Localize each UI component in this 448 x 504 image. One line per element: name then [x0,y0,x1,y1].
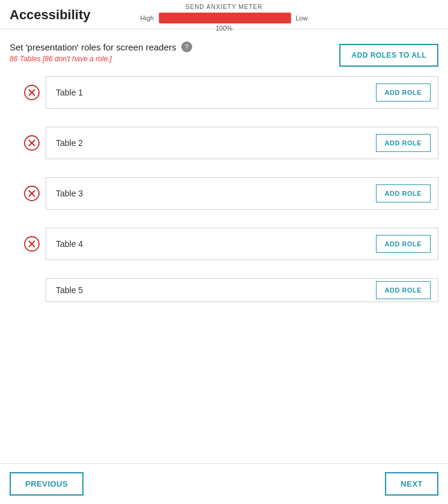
table-list: Table 1ADD ROLE Table 2ADD ROLE Table 3A… [0,70,448,368]
section-title-group: Set 'presentation' roles for screen read… [10,41,192,63]
add-role-button[interactable]: ADD ROLE [376,184,431,202]
table-item-name: Table 2 [46,127,376,159]
bottom-nav: PREVIOUS NEXT [0,463,448,504]
table-row: Table 3ADD ROLE [46,177,438,210]
section-title: Set 'presentation' roles for screen read… [10,42,177,52]
anxiety-meter-low-label: Low [295,14,307,22]
add-role-button[interactable]: ADD ROLE [376,134,431,152]
add-roles-to-all-button[interactable]: ADD ROLES TO ALL [339,44,438,67]
previous-button[interactable]: PREVIOUS [10,472,83,496]
table-item-error-icon[interactable] [23,135,40,151]
anxiety-meter-label: SEND ANXIETY METER [186,4,262,10]
table-item-name: Table 5 [46,278,376,302]
section-subtitle: 86 Tables [86 don't have a role.] [10,55,192,63]
table-item-error-icon[interactable] [23,185,40,202]
table-row: Table 1ADD ROLE [46,76,438,109]
table-item-name: Table 1 [46,77,376,108]
header: Accessibility SEND ANXIETY METER High Lo… [0,0,448,29]
section-subtitle-normal: 86 Tables [10,55,43,63]
table-item-error-icon[interactable] [23,235,40,252]
anxiety-meter-bar-row: High Low [141,13,308,23]
table-item-name: Table 4 [46,228,376,260]
anxiety-meter-bg [159,13,291,23]
anxiety-meter-fill [159,13,291,23]
next-button[interactable]: NEXT [385,472,438,496]
add-role-button[interactable]: ADD ROLE [376,235,431,253]
help-icon[interactable]: ? [181,41,192,52]
anxiety-meter-bar [159,13,291,23]
table-item-error-icon[interactable] [23,84,40,101]
table-item-name: Table 3 [46,178,376,209]
section-subtitle-italic: [86 don't have a role.] [43,55,112,63]
anxiety-meter-high-label: High [141,14,154,22]
anxiety-meter: SEND ANXIETY METER High Low 100% [141,4,308,32]
add-role-button[interactable]: ADD ROLE [376,281,431,299]
add-role-button[interactable]: ADD ROLE [376,83,431,102]
anxiety-meter-percent: 100% [216,25,232,32]
page-title: Accessibility [10,7,91,23]
table-row: Table 2ADD ROLE [46,127,438,159]
section-header: Set 'presentation' roles for screen read… [0,29,448,70]
section-title-row: Set 'presentation' roles for screen read… [10,41,192,52]
table-row: Table 4ADD ROLE [46,228,438,260]
table-row: Table 5ADD ROLE [46,278,438,302]
